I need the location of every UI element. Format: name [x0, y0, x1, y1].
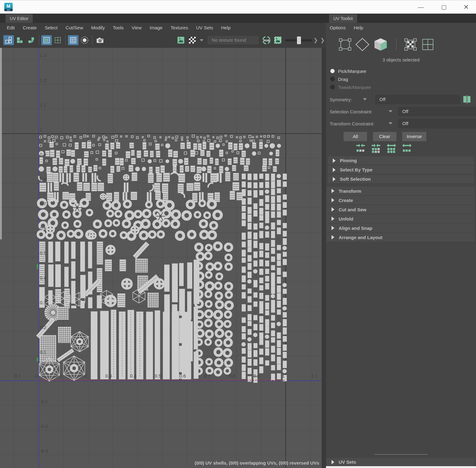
uv-status-bar: (0/0) UV shells, (0/0) overlapping UVs, … [195, 460, 319, 466]
uv-marquee-icon[interactable] [403, 37, 418, 52]
viewport-edge-strip [322, 48, 326, 468]
radio-drag[interactable]: Drag [330, 76, 348, 82]
uv-orient-button[interactable] [26, 35, 36, 45]
tab-uv-toolkit[interactable]: UV Toolkit [329, 14, 357, 23]
menu-select[interactable]: Select [41, 25, 62, 30]
radio-dot[interactable] [330, 85, 335, 89]
select-inverse-button[interactable]: Inverse [402, 132, 426, 141]
uv-layout-button[interactable] [15, 35, 25, 45]
uv-shell-grid-icon[interactable] [421, 37, 435, 52]
selection-constraint-label: Selection Constraint: [330, 109, 372, 114]
texture-dropdown[interactable] [198, 39, 205, 41]
uv-viewport[interactable]: (0/0) UV shells, (0/0) overlapping UVs, … [0, 48, 326, 468]
section-select-by-type[interactable]: Select By Type [328, 166, 474, 174]
collapse-arrow-icon [332, 235, 334, 239]
window-bottom-border [326, 466, 476, 468]
toolbar-separator [39, 35, 39, 45]
shade-uvs-button[interactable] [79, 35, 90, 45]
section-transform[interactable]: Transform [327, 187, 475, 195]
radio-tweak-marquee[interactable]: Tweak/Marquee [330, 84, 371, 91]
collapse-arrow-icon [332, 217, 334, 221]
menu-toolkit-help[interactable]: Help [350, 25, 367, 30]
menu-uv-sets[interactable]: UV Sets [192, 25, 217, 30]
uv-toolkit-menubar: Options Help [326, 23, 476, 32]
toolbar-separator [65, 35, 66, 45]
collapse-arrow-icon [333, 177, 336, 181]
section-pinning[interactable]: Pinning [328, 156, 474, 165]
tiles-icon [43, 36, 50, 44]
selection-constraint-caret[interactable] [389, 110, 392, 112]
select-all-button[interactable]: All [344, 132, 367, 141]
grid-display-button[interactable] [68, 35, 78, 45]
toolbar-expand-chevron[interactable]: ❯ [319, 37, 326, 44]
close-button[interactable]: ✕ [459, 0, 473, 14]
vertex-marquee-icon[interactable] [338, 37, 352, 52]
maximize-button[interactable]: ▢ [437, 0, 451, 14]
viewport-scrollbar[interactable] [0, 48, 2, 239]
radio-dot[interactable] [330, 77, 335, 81]
uv-snapshot-button[interactable] [95, 35, 105, 45]
section-align-and-snap[interactable]: Align and Snap [327, 224, 475, 232]
dashed-circle-icon [80, 36, 89, 44]
section-uv-sets[interactable]: UV Sets [327, 458, 475, 466]
collapse-arrow-icon [333, 168, 336, 172]
symmetry-icon[interactable] [462, 95, 472, 104]
menu-options[interactable]: Options [330, 25, 350, 30]
texture-dim-slider[interactable] [285, 35, 311, 45]
menu-textures[interactable]: Textures [166, 25, 192, 30]
transform-constraint-caret[interactable] [389, 122, 392, 124]
checkerboard-icon [189, 36, 196, 44]
radio-dot-selected[interactable] [330, 69, 335, 73]
section-arrange-and-layout[interactable]: Arrange and Layout [327, 233, 475, 242]
collapse-arrow-icon [333, 158, 336, 163]
menu-help[interactable]: Help [217, 25, 235, 30]
transform-constraint-field[interactable]: Off [398, 119, 476, 128]
rgb-channels-icon: RGB [262, 36, 271, 44]
menu-modify[interactable]: Modify [87, 25, 109, 30]
uv-shell-display-button[interactable] [3, 35, 14, 45]
section-soft-selection[interactable]: Soft Selection [328, 175, 474, 183]
select-clear-button[interactable]: Clear [373, 132, 396, 141]
face-cube-icon[interactable] [373, 37, 389, 52]
menu-tools[interactable]: Tools [109, 25, 127, 30]
collapse-arrow-icon [332, 189, 334, 193]
symmetry-field[interactable]: Off [375, 95, 460, 104]
chevron-down-icon [200, 39, 203, 41]
menu-create[interactable]: Create [19, 25, 41, 30]
toolbar-expand-chevron[interactable]: ❯ [312, 37, 319, 44]
grid-icon [69, 36, 77, 44]
radio-pick-marquee[interactable]: Pick/Marquee [330, 68, 366, 74]
shrink-shell-selection-icon[interactable] [370, 143, 382, 154]
checker-texture-button[interactable] [187, 35, 198, 45]
grow-shell-selection-icon[interactable] [386, 143, 397, 154]
transform-constraint-label: Transform Constraint: [330, 121, 374, 126]
symmetry-dropdown-caret[interactable] [363, 98, 367, 100]
slider-thumb[interactable] [297, 36, 301, 44]
texture-filter-button[interactable] [272, 35, 283, 45]
grow-selection-icon[interactable] [401, 143, 412, 154]
section-cut-and-sew[interactable]: Cut and Sew [327, 205, 475, 214]
menu-cut-sew[interactable]: Cut/Sew [62, 25, 87, 30]
image-icon [177, 36, 185, 44]
menu-edit[interactable]: Edit [3, 25, 19, 30]
texture-name-field[interactable]: No texture found [207, 36, 259, 45]
shrink-selection-icon[interactable] [355, 143, 366, 154]
panel-splitter-handle[interactable] [375, 454, 427, 455]
menu-image[interactable]: Image [146, 25, 167, 30]
uv-grid-canvas[interactable] [0, 48, 322, 468]
collapse-arrow-icon [332, 226, 334, 230]
tile-outline-button[interactable] [52, 35, 63, 45]
selection-constraint-field[interactable]: Off [398, 107, 476, 116]
section-unfold[interactable]: Unfold [327, 214, 475, 223]
tab-uv-editor[interactable]: UV Editor [6, 14, 33, 23]
camera-icon [96, 36, 104, 44]
minimize-button[interactable]: — [414, 0, 428, 14]
uv-toolkit-tabwell: UV Toolkit [326, 14, 476, 23]
tile-display-button[interactable] [41, 35, 52, 45]
edge-diamond-icon[interactable] [355, 37, 370, 52]
symmetry-label: Symmetry: [330, 97, 352, 102]
section-create[interactable]: Create [327, 196, 475, 204]
display-rgb-button[interactable]: RGB [261, 35, 272, 45]
menu-view[interactable]: View [128, 25, 146, 30]
texture-image-button[interactable] [176, 35, 186, 45]
